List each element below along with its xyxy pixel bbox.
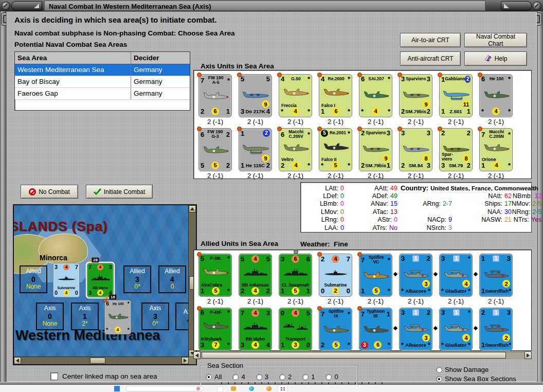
table-row[interactable]: Faeroes GapGermany	[15, 88, 190, 100]
radio-icon[interactable]	[436, 367, 442, 373]
naval-combat-chart-button[interactable]: Naval Combat Chart	[464, 33, 527, 47]
title-bar[interactable]: Naval Combat In Western Mediterranean Se…	[0, 0, 543, 12]
unit-counter[interactable]: 6P-40F*Kittyhawk37*	[198, 308, 232, 351]
unit-counter[interactable]: 366CL Savannah151	[279, 254, 312, 297]
window-close-button[interactable]	[501, 1, 532, 11]
center-map-option[interactable]: Center linked map on sea area	[50, 372, 157, 380]
map-unit-counter[interactable]: 166He 100**4*	[104, 300, 131, 334]
sea-box-allied-0[interactable]: Allied0None	[20, 265, 47, 293]
view-option-show-sea-box-sections[interactable]: Show Sea Box Sections	[436, 375, 516, 383]
file-explorer-icon[interactable]	[231, 386, 236, 391]
view-option-show-damage[interactable]: Show Damage	[436, 366, 516, 373]
unit-counter[interactable]: 31**Gladiator*4	[439, 254, 473, 297]
unit-counter[interactable]: 7Spitfire IX*25*	[319, 308, 352, 351]
map-unit-counter[interactable]: 347Submarine040	[53, 263, 80, 297]
unit-counter[interactable]: 2131Swordfish*2	[479, 308, 513, 351]
help-button[interactable]: Help	[464, 51, 527, 66]
counter-bottom-row: 151	[279, 287, 312, 295]
unit-counter[interactable]: 553Do 217K49	[239, 74, 272, 117]
sea-section-option-1[interactable]: 1	[302, 373, 315, 381]
windows-logo-icon[interactable]	[114, 386, 120, 391]
sea-box-axis-4[interactable]: Axis12*	[71, 302, 99, 330]
unit-counter[interactable]: 247Submarine020	[319, 254, 352, 297]
radio-icon[interactable]	[232, 374, 239, 380]
table-row[interactable]: Western Mediterranean SeaGermany	[15, 64, 190, 76]
unit-counter[interactable]: 545BB Arkansas242	[239, 254, 272, 297]
unit-counter[interactable]: 31**Gladiator*4	[439, 308, 473, 351]
active-game-icon[interactable]	[278, 385, 287, 392]
center-map-checkbox[interactable]	[50, 372, 58, 380]
unit-counter[interactable]: 4G.50*Freccia*4*	[279, 74, 312, 117]
unit-counter[interactable]: 7Spitfire VC*15*	[359, 254, 392, 297]
sea-box-axis-5[interactable]: Axis30*	[141, 302, 169, 330]
sea-box-allied-2[interactable]: Allied40	[158, 265, 186, 293]
unit-counter[interactable]: 1131Swordfish*2	[479, 254, 513, 297]
unit-counter[interactable]: 5P-39L*AiraCobra15*	[198, 254, 232, 297]
taskbar-search-input[interactable]	[125, 386, 204, 391]
unit-counter[interactable]: 121He 115C29	[239, 128, 272, 171]
scroll-left-button[interactable]	[14, 357, 21, 364]
sea-section-option-3[interactable]: 3	[256, 373, 268, 381]
allied-panel-scrollbar[interactable]	[193, 351, 532, 359]
window-knob-icon[interactable]	[2, 2, 10, 10]
radio-icon[interactable]	[436, 376, 442, 382]
sea-box-axis-3[interactable]: Axis0None	[36, 302, 64, 330]
unit-counter[interactable]: 7Macchi C.205N*Orione14*	[479, 128, 513, 171]
unit-counter[interactable]: 743BB Idaho344	[239, 308, 272, 351]
anti-aircraft-crt-button[interactable]: Anti-aircraft CRT	[400, 51, 461, 66]
unit-counter[interactable]: 7Typhoon IB136*	[359, 308, 392, 351]
unit-counter[interactable]: 6Macchi C.205V*Veltro24*	[279, 128, 312, 171]
radio-icon[interactable]	[302, 374, 309, 380]
map-horizontal-scrollbar[interactable]	[14, 357, 189, 364]
radio-icon[interactable]	[325, 374, 332, 380]
window-knob-icon[interactable]	[533, 2, 541, 10]
firefox-icon[interactable]	[266, 386, 272, 391]
sea-section-option-all[interactable]: All	[206, 373, 222, 381]
scroll-up-button[interactable]	[189, 205, 196, 212]
unit-counter[interactable]: 2Sparviero32SM.79bis19	[359, 128, 392, 171]
stat-lbmb: LBmb:0	[301, 200, 344, 208]
radio-icon[interactable]	[279, 374, 285, 380]
unit-counter[interactable]: 22Spar- viero3SM.7928	[439, 128, 473, 171]
table-row[interactable]: Bay of BiscayGermany	[15, 76, 190, 88]
no-combat-button[interactable]: No Combat	[21, 185, 78, 199]
map-view[interactable]: SLANDS (Spa) Minorca Western Mediterrane…	[14, 205, 189, 357]
unit-counter[interactable]: 045Transport130	[279, 308, 312, 351]
unit-counter[interactable]: 6SAI.207**4*	[359, 74, 392, 117]
unit-counter[interactable]: 6FW 190 G-32552	[198, 128, 232, 171]
unit-cell: 743BB Idaho344	[87, 263, 114, 297]
sea-section-option-4[interactable]: 4	[232, 373, 245, 381]
unit-counter[interactable]: 4Re.2000*Falco I16*	[319, 74, 352, 117]
window-menu-button[interactable]	[11, 1, 42, 11]
unit-counter[interactable]: 312*Albacore*3	[399, 308, 432, 351]
sea-box-axis-6[interactable]: Axis4	[175, 302, 189, 330]
unit-counter[interactable]: 6He 100**4*	[479, 74, 513, 117]
unit-counter[interactable]: 7FW 190 A-5*261	[198, 74, 232, 117]
taskbar-app-icon[interactable]	[217, 386, 223, 392]
sea-area-map[interactable]: SLANDS (Spa) Minorca Western Mediterrane…	[13, 204, 197, 365]
scroll-left-button[interactable]	[193, 351, 201, 359]
unit-counter[interactable]: 312*Albacore*3	[399, 254, 432, 297]
initiate-combat-button[interactable]: Initiate Combat	[86, 185, 153, 199]
unit-counter[interactable]: 347Submarine040	[53, 263, 80, 297]
map-unit-counter[interactable]: 28743BB Idaho344	[87, 263, 114, 297]
unit-counter[interactable]: 5Re.2001*Falco II*5*	[319, 128, 352, 171]
top-right-value: *	[227, 309, 230, 316]
scroll-right-button[interactable]	[182, 357, 189, 364]
edge-browser-icon[interactable]	[249, 386, 254, 391]
scroll-thumb[interactable]	[90, 358, 105, 364]
sea-section-option-2[interactable]: 2	[279, 373, 292, 381]
taskbar[interactable]	[0, 385, 543, 392]
sea-section-option-0[interactable]: 0	[325, 373, 338, 381]
unit-counter[interactable]: 3Sparviero32SM.79bis29	[399, 74, 432, 117]
unit-counter[interactable]: 743BB Idaho344	[87, 263, 114, 297]
air-to-air-crt-button[interactable]: Air-to-air CRT	[400, 33, 461, 47]
scroll-thumb[interactable]	[202, 352, 506, 359]
radio-icon[interactable]	[206, 374, 212, 380]
unit-counter[interactable]: 332SM.8438	[399, 128, 432, 171]
radio-icon[interactable]	[256, 374, 262, 380]
scroll-right-button[interactable]	[524, 351, 532, 359]
sea-box-allied-1[interactable]: Allied30*	[123, 265, 151, 293]
unit-counter[interactable]: 6He 100**4*	[104, 300, 131, 334]
unit-counter[interactable]: 1Gabbiano21Z.501111	[439, 74, 473, 117]
